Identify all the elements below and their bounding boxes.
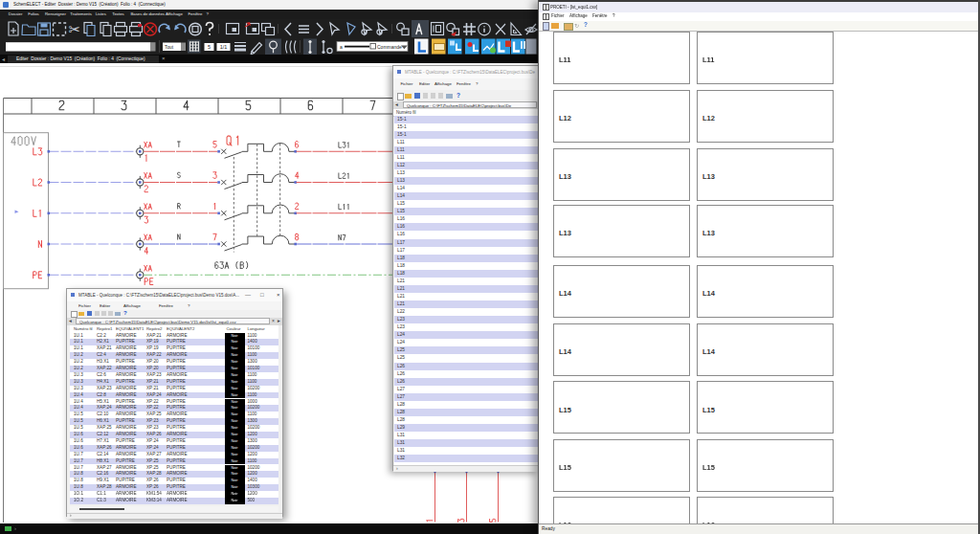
svg-text:5: 5 bbox=[208, 44, 211, 50]
svg-text:Commande: Commande bbox=[377, 44, 402, 50]
svg-text:✂: ✂ bbox=[69, 21, 81, 37]
svg-text:Tout: Tout bbox=[165, 45, 174, 50]
svg-text:1/1: 1/1 bbox=[220, 44, 228, 50]
svg-text:a: a bbox=[340, 44, 343, 50]
